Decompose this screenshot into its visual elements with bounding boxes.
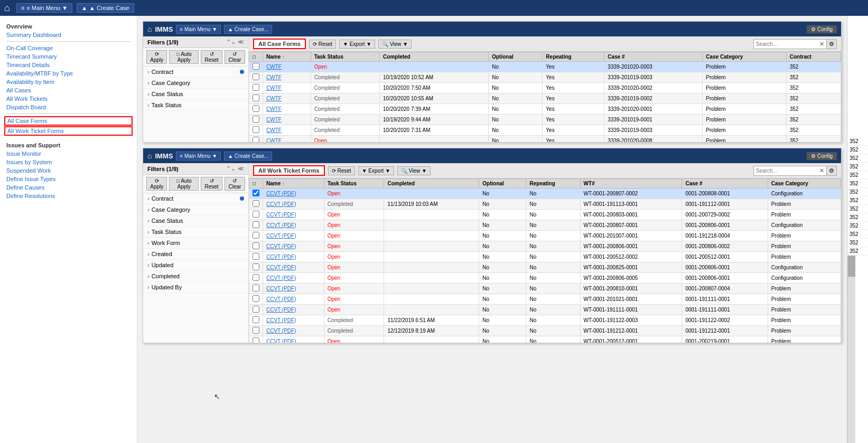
col-repeating-1[interactable]: Repeating [543, 52, 604, 62]
table-row[interactable]: CCVT (PDF) Open No No WT-0001-200807-000… [249, 220, 841, 231]
table-row[interactable]: CCVT (PDF) Open No No WT-0001-201007-000… [249, 231, 841, 241]
work-ticket-form-link[interactable]: CCVT (PDF) [266, 338, 296, 343]
row-checkbox-wt[interactable] [249, 252, 263, 262]
sidebar-define-causes[interactable]: Define Causes [0, 183, 137, 192]
filter-case-category-2[interactable]: › Case Category [143, 204, 248, 215]
col-completed-1[interactable]: Completed [380, 52, 489, 62]
sidebar-timecard-summary[interactable]: Timecard Summary [0, 52, 137, 61]
row-name-wt[interactable]: CCVT (PDF) [263, 188, 324, 199]
work-ticket-form-link[interactable]: CCVT (PDF) [266, 275, 296, 281]
work-ticket-export-btn[interactable]: ▼ Export ▼ [358, 166, 394, 175]
col-contract-1[interactable]: Contract [786, 52, 841, 62]
sidebar-all-case-forms[interactable]: All Case Forms [4, 116, 133, 126]
all-case-forms-tab[interactable]: All Case Forms [253, 39, 306, 49]
search-gear-icon-1[interactable]: ⚙ [826, 40, 836, 49]
work-ticket-form-link[interactable]: CCVT (PDF) [266, 254, 296, 260]
row-name[interactable]: CWTF [263, 136, 311, 143]
row-name-wt[interactable]: CCVT (PDF) [263, 210, 324, 220]
sidebar-availability-mtbf[interactable]: Availability/MTBF by Type [0, 69, 137, 78]
row-name-wt[interactable]: CCVT (PDF) [263, 199, 324, 210]
sidebar-suspended-work[interactable]: Suspended Work [0, 166, 137, 175]
filter-task-status-1[interactable]: › Task Status [143, 100, 248, 111]
case-form-link[interactable]: CWTF [266, 127, 282, 133]
apply-button-2[interactable]: ⟳ Apply [146, 177, 167, 191]
imms-main-menu-2[interactable]: ≡ Main Menu ▼ [176, 152, 221, 161]
work-ticket-form-link[interactable]: CCVT (PDF) [266, 265, 296, 270]
case-form-link[interactable]: CWTF [266, 64, 282, 70]
row-checkbox[interactable] [249, 72, 263, 83]
create-case-button[interactable]: ▲ ▲ Create Case [77, 3, 134, 13]
collapse-icon-2[interactable]: ≪ [238, 165, 244, 172]
sidebar-timecard-details[interactable]: Timecard Details [0, 61, 137, 69]
row-name[interactable]: CWTF [263, 83, 311, 93]
reset-button-2[interactable]: ↺ Reset [201, 177, 222, 191]
work-ticket-form-link[interactable]: CCVT (PDF) [266, 286, 296, 291]
case-form-link[interactable]: CWTF [266, 106, 282, 112]
row-checkbox[interactable] [249, 93, 263, 104]
table-row[interactable]: CWTF Completed 10/20/2020 7:31 AM No Yes… [249, 125, 841, 136]
right-scrollbar[interactable] [847, 256, 855, 443]
work-ticket-form-link[interactable]: CCVT (PDF) [266, 201, 296, 207]
row-checkbox[interactable] [249, 62, 263, 72]
sidebar-oncall-coverage[interactable]: On-Call Coverage [0, 44, 137, 52]
work-ticket-form-link[interactable]: CCVT (PDF) [266, 243, 296, 249]
table-row[interactable]: CCVT (PDF) Open No No WT-0001-200825-000… [249, 262, 841, 273]
sidebar-summary-dashboard[interactable]: Summary Dashboard [0, 31, 137, 39]
sidebar-issues-by-system[interactable]: Issues by System [0, 158, 137, 166]
work-ticket-form-link[interactable]: CCVT (PDF) [266, 222, 296, 228]
col-wt[interactable]: WT# [580, 179, 682, 188]
table-row[interactable]: CWTF Completed 10/19/2020 10:52 AM No Ye… [249, 72, 841, 83]
apply-button-1[interactable]: ⟳ Apply [146, 50, 167, 64]
filter-completed-2[interactable]: › Completed [143, 271, 248, 282]
row-checkbox-wt[interactable] [249, 273, 263, 284]
col-completed-2[interactable]: Completed [384, 179, 479, 188]
row-name[interactable]: CWTF [263, 72, 311, 83]
col-optional-2[interactable]: Optional [479, 179, 526, 188]
table-row[interactable]: CCVT (PDF) Completed 11/13/2019 10:03 AM… [249, 199, 841, 210]
imms-create-case-2[interactable]: ▲ Create Case... [224, 152, 272, 161]
row-name-wt[interactable]: CCVT (PDF) [263, 305, 324, 315]
row-checkbox[interactable] [249, 115, 263, 125]
case-forms-search-input[interactable] [754, 40, 817, 48]
filter-case-status-1[interactable]: › Case Status [143, 89, 248, 100]
row-name-wt[interactable]: CCVT (PDF) [263, 294, 324, 305]
row-name-wt[interactable]: CCVT (PDF) [263, 220, 324, 231]
case-form-link[interactable]: CWTF [266, 138, 282, 142]
work-ticket-form-link[interactable]: CCVT (PDF) [266, 191, 296, 196]
imms-create-case-1[interactable]: ▲ Create Case... [224, 25, 272, 34]
all-work-ticket-forms-tab[interactable]: All Work Ticket Forms [253, 165, 325, 176]
col-repeating-2[interactable]: Repeating [526, 179, 580, 188]
filter-contract-1[interactable]: › Contract [143, 67, 248, 78]
row-name-wt[interactable]: CCVT (PDF) [263, 273, 324, 284]
row-name[interactable]: CWTF [263, 62, 311, 72]
col-optional-1[interactable]: Optional [489, 52, 543, 62]
sidebar-define-resolutions[interactable]: Define Resolutions [0, 192, 137, 200]
work-ticket-search-input[interactable] [754, 167, 817, 175]
row-name-wt[interactable]: CCVT (PDF) [263, 326, 324, 336]
row-name-wt[interactable]: CCVT (PDF) [263, 252, 324, 262]
work-ticket-view-btn[interactable]: 🔍 View ▼ [397, 166, 431, 175]
sidebar-all-work-tickets[interactable]: All Work Tickets [0, 95, 137, 103]
row-name[interactable]: CWTF [263, 115, 311, 125]
search-clear-icon-2[interactable]: ✕ [817, 166, 826, 175]
table-row[interactable]: CCVT (PDF) Open No No WT-0001-200807-000… [249, 188, 841, 199]
filter-work-form[interactable]: › Work Form [143, 238, 248, 249]
work-ticket-reset-btn[interactable]: ⟳ Reset [328, 166, 355, 175]
row-name[interactable]: CWTF [263, 93, 311, 104]
table-row[interactable]: CCVT (PDF) Open No No WT-0001-200810-000… [249, 284, 841, 294]
row-name-wt[interactable]: CCVT (PDF) [263, 336, 324, 343]
row-checkbox-wt[interactable] [249, 305, 263, 315]
row-checkbox-wt[interactable] [249, 294, 263, 305]
sidebar-availability-item[interactable]: Availability by Item [0, 78, 137, 86]
expand-icon-2[interactable]: ⌃⌄ [226, 165, 236, 172]
sidebar-define-issue-types[interactable]: Define Issue Types [0, 175, 137, 183]
row-checkbox-wt[interactable] [249, 220, 263, 231]
sidebar-all-cases[interactable]: All Cases [0, 86, 137, 95]
imms-main-menu-1[interactable]: ≡ Main Menu ▼ [176, 25, 221, 34]
row-checkbox-wt[interactable] [249, 188, 263, 199]
imms-config-1[interactable]: ⚙ Config [807, 25, 837, 33]
row-checkbox-wt[interactable] [249, 284, 263, 294]
filter-case-category-1[interactable]: › Case Category [143, 78, 248, 89]
col-name-2[interactable]: Name ↑ [263, 179, 324, 188]
auto-apply-button-1[interactable]: □ Auto Apply [169, 50, 199, 64]
